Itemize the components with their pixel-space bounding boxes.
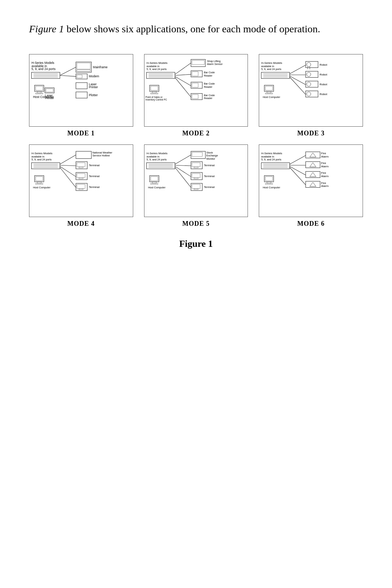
svg-rect-12 <box>45 88 54 93</box>
mode2-diagram: H-Series Models available in 5, 9, and 2… <box>144 54 248 127</box>
svg-text:Bar Code: Bar Code <box>204 83 215 86</box>
svg-text:available in: available in <box>261 65 274 68</box>
svg-rect-137 <box>192 152 202 156</box>
svg-text:Host Computer: Host Computer <box>263 187 280 189</box>
svg-text:H-Series Models: H-Series Models <box>146 62 167 65</box>
intro-paragraph: Figure 1 below shows six applications, o… <box>29 22 363 36</box>
svg-rect-151 <box>194 178 198 179</box>
mode5-diagram: H-Series Models available in 5, 9, and 2… <box>144 144 248 217</box>
svg-text:Robot: Robot <box>320 73 328 76</box>
svg-rect-23 <box>77 75 82 78</box>
svg-rect-122 <box>79 189 83 190</box>
svg-text:Reader: Reader <box>204 97 212 100</box>
svg-text:H-Series Models: H-Series Models <box>261 152 282 155</box>
svg-rect-13 <box>46 89 53 92</box>
mode1-cell: H-Series Models available in 5, 9, and 2… <box>29 54 133 137</box>
svg-text:Shop Lifting: Shop Lifting <box>207 60 221 63</box>
svg-rect-105 <box>76 151 91 159</box>
svg-text:Mainframe: Mainframe <box>93 65 107 69</box>
svg-text:Robot: Robot <box>320 63 328 66</box>
svg-text:available in: available in <box>261 155 274 158</box>
svg-line-171 <box>290 166 306 175</box>
diagrams-grid: H-Series Models available in 5, 9, and 2… <box>29 54 363 228</box>
svg-marker-182 <box>310 172 316 176</box>
svg-text:Reader: Reader <box>204 74 212 77</box>
svg-text:5, 9, and 24 ports: 5, 9, and 24 ports <box>32 159 52 162</box>
svg-rect-52 <box>192 72 198 76</box>
svg-rect-90 <box>306 91 318 97</box>
svg-rect-20 <box>77 70 90 71</box>
svg-rect-87 <box>306 81 318 87</box>
svg-text:National Weather: National Weather <box>93 151 113 154</box>
svg-rect-51 <box>191 71 202 77</box>
svg-text:Stock: Stock <box>206 151 213 154</box>
svg-text:Alarm: Alarm <box>321 175 328 178</box>
svg-line-108 <box>60 155 76 164</box>
mode6-diagram: H-Series Models available in 5, 9, and 2… <box>259 144 363 217</box>
svg-rect-103 <box>36 183 43 184</box>
svg-rect-28 <box>76 92 87 98</box>
svg-text:Printer: Printer <box>45 96 54 100</box>
svg-text:Point of Sales or: Point of Sales or <box>146 96 163 99</box>
svg-point-85 <box>307 72 311 76</box>
svg-line-143 <box>175 166 191 176</box>
svg-point-91 <box>307 92 311 96</box>
svg-rect-18 <box>76 62 91 72</box>
svg-text:H-Series Models: H-Series Models <box>261 62 282 65</box>
svg-rect-84 <box>306 72 318 78</box>
svg-text:Robot: Robot <box>320 93 328 96</box>
svg-text:Plotter: Plotter <box>89 93 98 97</box>
figure-reference: Figure 1 <box>29 23 64 34</box>
mode2-cell: H-Series Models available in 5, 9, and 2… <box>144 54 248 137</box>
svg-text:Terminal: Terminal <box>89 164 100 167</box>
svg-rect-150 <box>192 173 200 177</box>
mode2-label: MODE 2 <box>182 130 210 137</box>
svg-rect-134 <box>151 183 158 184</box>
svg-text:Terminal: Terminal <box>204 175 215 178</box>
svg-text:Alarm: Alarm <box>321 165 328 168</box>
mode5-cell: H-Series Models available in 5, 9, and 2… <box>144 144 248 228</box>
svg-rect-9 <box>37 91 41 93</box>
svg-rect-165 <box>265 177 273 181</box>
svg-line-17 <box>60 75 76 77</box>
svg-rect-39 <box>152 91 156 93</box>
mode6-label: MODE 6 <box>297 220 325 228</box>
svg-text:5, 9, and 24 ports: 5, 9, and 24 ports <box>146 159 167 162</box>
svg-text:available in: available in <box>32 155 45 158</box>
svg-text:Printer: Printer <box>89 85 98 89</box>
svg-rect-117 <box>77 173 85 177</box>
mode3-diagram: H-Series Models available in 5, 9, and 2… <box>259 54 363 127</box>
svg-rect-8 <box>36 86 43 90</box>
svg-text:Service Hotline: Service Hotline <box>93 154 110 157</box>
svg-rect-113 <box>77 163 85 167</box>
svg-text:5, 9, and 24 ports: 5, 9, and 24 ports <box>261 68 282 71</box>
svg-rect-154 <box>192 184 200 188</box>
svg-rect-10 <box>36 93 43 94</box>
svg-text:Robot: Robot <box>320 83 328 86</box>
svg-text:available in: available in <box>146 155 159 158</box>
svg-text:Inventory Control PC: Inventory Control PC <box>146 99 167 102</box>
svg-rect-25 <box>76 83 87 89</box>
svg-line-75 <box>290 65 306 74</box>
svg-line-111 <box>60 167 76 188</box>
svg-rect-101 <box>36 177 43 181</box>
svg-rect-60 <box>192 95 198 99</box>
svg-marker-174 <box>310 153 316 157</box>
svg-line-48 <box>175 74 191 75</box>
svg-line-50 <box>175 78 191 97</box>
svg-text:Modem: Modem <box>89 75 99 78</box>
svg-text:5, 9, and 24 ports: 5, 9, and 24 ports <box>146 68 167 71</box>
svg-text:Monitor: Monitor <box>206 158 215 160</box>
svg-rect-166 <box>267 182 271 183</box>
svg-text:Exchange: Exchange <box>206 154 218 157</box>
svg-text:Bar Code: Bar Code <box>204 71 215 74</box>
mode3-label: MODE 3 <box>297 130 325 137</box>
mode1-label: MODE 1 <box>68 130 95 137</box>
svg-text:H-Series Models: H-Series Models <box>146 152 167 155</box>
svg-rect-121 <box>77 184 85 188</box>
svg-rect-79 <box>306 61 318 68</box>
svg-text:Terminal: Terminal <box>89 185 100 189</box>
mode5-label: MODE 5 <box>182 220 210 228</box>
mode4-label: MODE 4 <box>68 220 95 228</box>
svg-text:Reader: Reader <box>204 86 212 89</box>
